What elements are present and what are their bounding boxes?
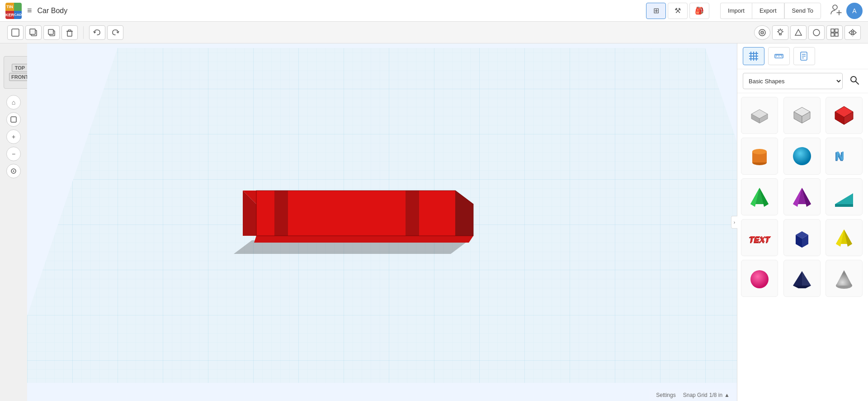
snap-grid-control[interactable]: Snap Grid 1/8 in ▲ bbox=[683, 392, 730, 398]
svg-point-78 bbox=[752, 149, 767, 154]
svg-point-31 bbox=[13, 171, 14, 172]
collapse-panel-btn[interactable]: › bbox=[731, 216, 737, 229]
logo[interactable]: TIN KER CAD bbox=[5, 3, 22, 19]
svg-line-19 bbox=[778, 29, 779, 30]
tab-grid[interactable] bbox=[743, 47, 764, 65]
svg-point-62 bbox=[851, 76, 856, 82]
top-actions: Import Export Send To bbox=[720, 3, 821, 19]
shape-text-red[interactable]: TEXT TEXT bbox=[741, 219, 778, 256]
undo-btn[interactable] bbox=[89, 25, 105, 40]
tab-ruler[interactable] bbox=[768, 47, 790, 65]
top-right-tools: ⊞ ⚒ 🎒 bbox=[646, 3, 709, 19]
camera-view-btn[interactable] bbox=[754, 25, 770, 40]
viewport[interactable]: Settings Snap Grid 1/8 in ▲ bbox=[27, 43, 737, 401]
shape-sphere[interactable] bbox=[783, 138, 821, 175]
add-user-icon[interactable] bbox=[830, 3, 843, 19]
svg-rect-41 bbox=[274, 191, 288, 236]
shape-text-3d[interactable]: N N bbox=[826, 138, 863, 175]
import-button[interactable]: Import bbox=[720, 3, 752, 19]
shape-cone-gray[interactable] bbox=[826, 260, 863, 297]
svg-rect-23 bbox=[835, 29, 838, 32]
new-shape-btn[interactable] bbox=[7, 25, 24, 40]
shape-box-navy[interactable] bbox=[783, 219, 821, 256]
svg-line-63 bbox=[856, 81, 859, 84]
right-panel-tabs bbox=[737, 43, 868, 69]
tab-notes[interactable] bbox=[793, 47, 815, 65]
left-panel: TOP FRONT ⌂ + − bbox=[0, 43, 27, 401]
svg-marker-101 bbox=[793, 271, 802, 286]
svg-rect-22 bbox=[831, 29, 834, 32]
settings-label: Settings bbox=[656, 392, 675, 398]
shape-wedge-teal[interactable] bbox=[826, 178, 863, 215]
svg-point-100 bbox=[750, 270, 769, 288]
duplicate-btn[interactable] bbox=[43, 25, 60, 40]
nav-controls: ⌂ + − bbox=[0, 93, 27, 178]
redo-btn[interactable] bbox=[107, 25, 123, 40]
grid-tool-btn[interactable]: ⊞ bbox=[646, 3, 666, 19]
shape-pyramid-purple[interactable] bbox=[783, 178, 821, 215]
svg-line-18 bbox=[782, 29, 783, 30]
copy-btn[interactable] bbox=[25, 25, 42, 40]
shape-tool-1-btn[interactable] bbox=[790, 25, 807, 40]
shape-cylinder[interactable] bbox=[741, 138, 778, 175]
svg-rect-42 bbox=[406, 191, 419, 236]
svg-rect-8 bbox=[67, 31, 72, 36]
svg-point-14 bbox=[778, 30, 782, 33]
svg-rect-10 bbox=[68, 30, 71, 31]
right-panel: › bbox=[737, 43, 868, 401]
send-to-button[interactable]: Send To bbox=[784, 3, 821, 19]
hammer-tool-btn[interactable]: ⚒ bbox=[668, 3, 688, 19]
car-body-shape[interactable] bbox=[211, 145, 482, 299]
svg-rect-5 bbox=[30, 29, 35, 34]
view-tools bbox=[754, 25, 861, 40]
shape-dropdown[interactable]: Basic Shapes bbox=[743, 73, 843, 89]
shape-sphere-pink[interactable] bbox=[741, 260, 778, 297]
grid-view-btn[interactable] bbox=[826, 25, 843, 40]
svg-marker-105 bbox=[836, 270, 852, 286]
shape-prism-navy[interactable] bbox=[783, 260, 821, 297]
svg-marker-102 bbox=[802, 271, 811, 286]
mirror-btn[interactable] bbox=[844, 25, 861, 40]
shape-box-hole[interactable] bbox=[741, 97, 778, 134]
settings-bar: Settings Snap Grid 1/8 in ▲ bbox=[649, 389, 737, 401]
view-cube-top: TOP bbox=[12, 64, 28, 72]
toolbar bbox=[0, 22, 868, 43]
shape-box-solid[interactable] bbox=[783, 97, 821, 134]
svg-rect-7 bbox=[48, 29, 53, 34]
svg-rect-24 bbox=[831, 33, 834, 36]
bag-tool-btn[interactable]: 🎒 bbox=[689, 3, 709, 19]
avatar[interactable]: A bbox=[846, 3, 863, 19]
shape-tool-2-btn[interactable] bbox=[808, 25, 825, 40]
svg-marker-89 bbox=[835, 204, 853, 207]
export-button[interactable]: Export bbox=[752, 3, 784, 19]
zoom-out-btn[interactable]: − bbox=[6, 147, 21, 161]
select-btn[interactable] bbox=[6, 112, 21, 127]
snap-grid-value: 1/8 in bbox=[709, 392, 722, 398]
svg-rect-3 bbox=[12, 29, 19, 36]
project-icon[interactable]: ≡ bbox=[27, 6, 32, 15]
zoom-in-btn[interactable]: + bbox=[6, 129, 21, 144]
history-tools bbox=[89, 25, 123, 40]
shape-pyramid-yellow[interactable] bbox=[826, 219, 863, 256]
svg-marker-88 bbox=[835, 193, 853, 204]
snap-grid-arrow[interactable]: ▲ bbox=[724, 392, 730, 398]
user-area: A bbox=[830, 3, 863, 19]
shapes-grid: N N bbox=[737, 93, 868, 401]
project-title: Car Body bbox=[38, 7, 68, 15]
snap-grid-label: Snap Grid bbox=[683, 392, 708, 398]
main-area: TOP FRONT ⌂ + − bbox=[0, 43, 868, 401]
home-btn[interactable]: ⌂ bbox=[6, 95, 21, 110]
rotate-btn[interactable] bbox=[6, 164, 21, 178]
delete-btn[interactable] bbox=[61, 25, 78, 40]
svg-point-79 bbox=[793, 147, 811, 165]
svg-marker-27 bbox=[849, 30, 852, 35]
logo-tin: TIN bbox=[5, 3, 14, 11]
edit-tools bbox=[7, 25, 78, 40]
shape-box-red[interactable] bbox=[826, 97, 863, 134]
svg-rect-29 bbox=[11, 117, 16, 122]
shape-pyramid-green[interactable] bbox=[741, 178, 778, 215]
shape-search-button[interactable] bbox=[846, 73, 863, 89]
svg-point-21 bbox=[813, 29, 820, 36]
light-btn[interactable] bbox=[772, 25, 788, 40]
logo-ker: KER bbox=[5, 11, 14, 19]
